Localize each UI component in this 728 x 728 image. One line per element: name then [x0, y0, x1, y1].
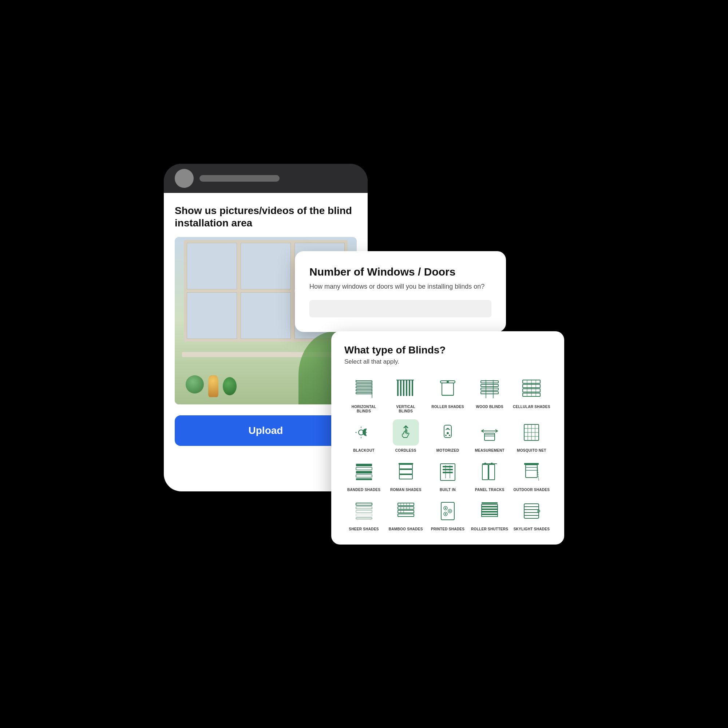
svg-rect-81 [356, 514, 372, 516]
blind-item-roller[interactable]: ROLLER SHADES [428, 376, 467, 413]
blind-item-wood[interactable]: WOOD BLINDS [470, 376, 509, 413]
wood-blinds-label: WOOD BLINDS [476, 405, 503, 409]
blinds-card: What type of Blinds? Select all that app… [331, 331, 564, 544]
svg-rect-20 [481, 388, 498, 390]
svg-rect-16 [442, 383, 454, 395]
blinds-card-title: What type of Blinds? [344, 344, 551, 356]
svg-rect-79 [356, 507, 372, 509]
svg-rect-80 [356, 510, 372, 512]
svg-rect-107 [482, 509, 498, 511]
cellular-shades-icon [518, 376, 544, 402]
svg-point-72 [491, 463, 493, 465]
svg-rect-36 [444, 425, 451, 437]
blinds-card-subtitle: Select all that apply. [344, 358, 551, 366]
svg-rect-93 [398, 510, 414, 513]
blind-item-skylight[interactable]: SKYLIGHT SHADES [512, 498, 551, 531]
blind-item-builtin[interactable]: BUILT IN [428, 459, 467, 492]
svg-rect-82 [356, 518, 372, 519]
blind-item-cellular[interactable]: CELLULAR SHADES [512, 376, 551, 413]
svg-rect-19 [481, 384, 498, 387]
svg-rect-52 [356, 467, 372, 470]
svg-point-39 [449, 434, 450, 436]
svg-rect-3 [356, 390, 372, 391]
motorized-icon [434, 419, 461, 445]
svg-rect-110 [524, 504, 539, 518]
roller-shades-label: ROLLER SHADES [431, 405, 464, 409]
svg-rect-96 [398, 514, 414, 517]
banded-shades-label: BANDED SHADES [347, 488, 380, 492]
blind-item-outdoor[interactable]: OUTDOOR SHADES [512, 459, 551, 492]
svg-rect-12 [412, 380, 413, 396]
svg-rect-1 [356, 384, 372, 385]
svg-rect-11 [409, 380, 410, 396]
svg-rect-59 [399, 475, 412, 479]
blind-item-banded[interactable]: BANDED SHADES [344, 459, 383, 492]
svg-point-38 [445, 434, 447, 436]
blind-item-printed[interactable]: PRINTED SHADES [428, 498, 467, 531]
blind-item-horizontal[interactable]: HORIZONTALBLINDS [344, 376, 383, 413]
wood-blinds-icon [476, 376, 503, 402]
windows-card-subtitle: How many windows or doors will you be in… [309, 282, 491, 291]
svg-rect-69 [482, 465, 488, 480]
blind-item-panel[interactable]: PANEL TRACKS [470, 459, 509, 492]
cellular-shades-label: CELLULAR SHADES [513, 405, 551, 409]
blind-item-measurement[interactable]: MEASUREMENT [470, 419, 509, 453]
svg-rect-10 [406, 380, 407, 396]
svg-rect-108 [482, 512, 498, 514]
roller-shades-icon [434, 376, 461, 402]
svg-rect-21 [481, 392, 498, 394]
svg-rect-78 [356, 503, 372, 505]
blind-item-motorized[interactable]: MOTORIZED [428, 419, 467, 453]
blind-item-bamboo[interactable]: BAMBOO SHADES [386, 498, 425, 531]
svg-rect-0 [356, 381, 372, 382]
windows-input[interactable] [309, 300, 491, 317]
vertical-blinds-icon [393, 376, 419, 402]
svg-rect-74 [526, 465, 537, 477]
phone-status-bar [164, 164, 368, 193]
svg-rect-53 [356, 471, 372, 474]
blind-item-sheer[interactable]: SHEER SHADES [344, 498, 383, 531]
blind-item-roller-shutters[interactable]: ROLLER SHUTTERS [470, 498, 509, 531]
vertical-blinds-label: VERTICALBLINDS [396, 405, 415, 413]
svg-rect-51 [356, 464, 372, 466]
svg-rect-18 [481, 381, 498, 383]
measurement-label: MEASUREMENT [475, 448, 505, 453]
blackout-label: BLACKOUT [353, 448, 375, 453]
motorized-label: MOTORIZED [436, 448, 459, 453]
svg-rect-105 [482, 505, 498, 506]
svg-rect-106 [482, 507, 498, 509]
horizontal-blinds-label: HORIZONTALBLINDS [352, 405, 376, 413]
svg-rect-63 [443, 466, 453, 467]
skylight-shades-label: SKYLIGHT SHADES [514, 527, 550, 531]
plant-vase [208, 375, 219, 397]
plants [186, 375, 237, 397]
plant-1 [186, 375, 204, 393]
svg-rect-97 [441, 502, 454, 520]
blind-item-cordless[interactable]: CORDLESS [386, 419, 425, 453]
svg-point-101 [449, 510, 451, 512]
svg-rect-88 [398, 507, 414, 509]
skylight-shades-icon [518, 498, 544, 524]
cordless-label: CORDLESS [395, 448, 416, 453]
measurement-icon [476, 419, 503, 445]
windows-card-title: Number of Windows / Doors [309, 266, 491, 278]
svg-rect-65 [443, 472, 453, 473]
cordless-icon [393, 419, 419, 445]
blind-item-vertical[interactable]: VERTICALBLINDS [386, 376, 425, 413]
svg-rect-4 [356, 392, 372, 394]
blind-item-roman[interactable]: ROMAN SHADES [386, 459, 425, 492]
upload-button[interactable]: Upload [175, 415, 357, 446]
built-in-label: BUILT IN [440, 488, 456, 492]
printed-shades-icon [434, 498, 461, 524]
svg-rect-64 [443, 469, 453, 470]
svg-rect-57 [399, 465, 412, 469]
svg-rect-104 [482, 502, 498, 504]
mosquito-net-icon [518, 419, 544, 445]
svg-point-37 [447, 432, 449, 434]
blind-item-blackout[interactable]: BLACKOUT [344, 419, 383, 453]
svg-rect-54 [356, 475, 372, 477]
blind-item-mosquito[interactable]: MOSQUITO NET [512, 419, 551, 453]
roller-shutters-label: ROLLER SHUTTERS [471, 527, 508, 531]
panel-tracks-label: PANEL TRACKS [475, 488, 505, 492]
svg-point-99 [445, 508, 446, 509]
